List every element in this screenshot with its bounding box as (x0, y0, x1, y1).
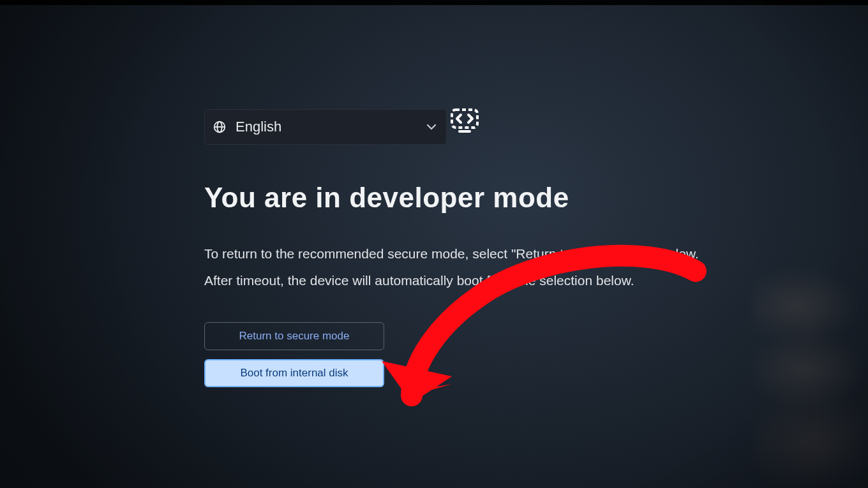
photographer-hand-blur (753, 204, 868, 485)
return-to-secure-mode-label: Return to secure mode (239, 330, 350, 343)
instruction-text: To return to the recommended secure mode… (204, 240, 702, 294)
svg-rect-4 (458, 130, 471, 133)
instruction-line-2: After timeout, the device will automatic… (204, 267, 702, 294)
developer-mode-screen: English You are in developer mode To ret… (204, 31, 728, 387)
return-to-secure-mode-button[interactable]: Return to secure mode (204, 322, 384, 350)
instruction-line-1: To return to the recommended secure mode… (204, 240, 702, 267)
boot-from-internal-disk-button[interactable]: Boot from internal disk (204, 359, 384, 387)
boot-option-buttons: Return to secure mode Boot from internal… (204, 322, 384, 387)
language-selector[interactable]: English (204, 109, 447, 145)
boot-from-internal-disk-label: Boot from internal disk (240, 367, 348, 380)
window-top-edge (0, 0, 868, 5)
globe-icon (213, 120, 227, 134)
language-selected-label: English (236, 119, 281, 135)
page-title: You are in developer mode (204, 182, 728, 214)
chevron-down-icon (427, 122, 436, 132)
developer-mode-icon (449, 107, 480, 134)
